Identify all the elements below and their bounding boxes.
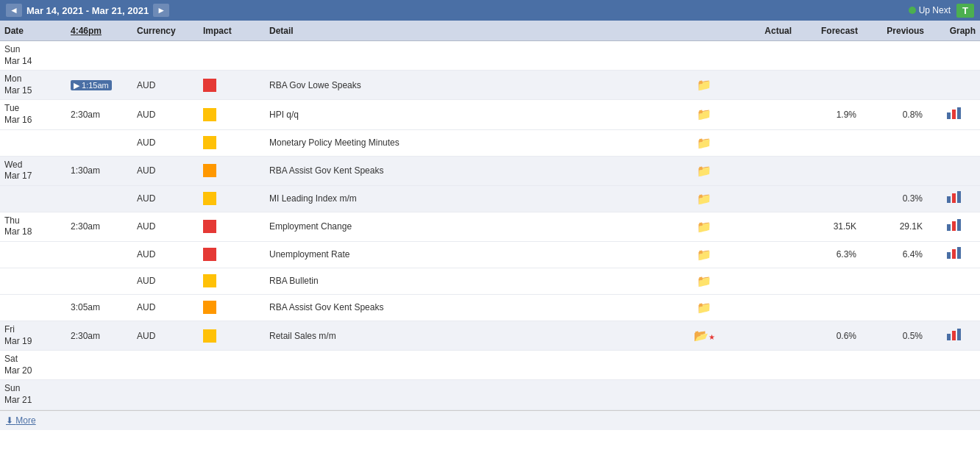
- folder-icon: 📁: [697, 220, 711, 234]
- col-time[interactable]: 4:46pm: [66, 26, 132, 36]
- event-detail[interactable]: [265, 392, 678, 398]
- event-detail[interactable]: [265, 53, 678, 59]
- graph-cell[interactable]: [928, 215, 980, 237]
- date-range: Mar 14, 2021 - Mar 21, 2021: [26, 5, 149, 16]
- actual-cell: [730, 82, 796, 88]
- time-cell: ▶ 1:15am: [66, 77, 132, 93]
- table-row: Sun Mar 21: [0, 380, 980, 409]
- event-detail[interactable]: HPI q/q: [265, 107, 678, 123]
- date-cell: Fri Mar 19: [0, 321, 66, 350]
- forecast-cell: [796, 168, 862, 173]
- actual-cell: [730, 278, 796, 284]
- event-detail[interactable]: MI Leading Index m/m: [265, 190, 678, 207]
- col-detail: Detail: [265, 26, 678, 36]
- time-cell: 2:30am: [66, 218, 132, 235]
- graph-cell[interactable]: [928, 362, 980, 368]
- graph-cell[interactable]: [928, 278, 980, 284]
- col-impact: Impact: [199, 26, 265, 36]
- graph-cell[interactable]: [928, 304, 980, 310]
- graph-cell[interactable]: [928, 82, 980, 88]
- folder-cell[interactable]: [678, 53, 730, 59]
- folder-cell[interactable]: 📁: [678, 298, 730, 318]
- svg-rect-6: [947, 224, 951, 231]
- actual-cell: [730, 53, 796, 59]
- folder-cell[interactable]: 📁: [678, 245, 730, 265]
- date-cell: [0, 251, 66, 257]
- currency-cell: [132, 362, 199, 368]
- currency-cell: AUD: [132, 190, 199, 207]
- footer-bar: ⬇ More: [0, 410, 980, 430]
- date-cell: Sun Mar 14: [0, 41, 66, 70]
- graph-cell[interactable]: [928, 168, 980, 173]
- graph-cell[interactable]: [928, 140, 980, 146]
- col-previous: Previous: [862, 26, 928, 36]
- graph-cell[interactable]: [928, 243, 980, 265]
- next-week-button[interactable]: ►: [153, 4, 169, 17]
- prev-week-button[interactable]: ◄: [6, 4, 22, 17]
- table-row: Sat Mar 20: [0, 351, 980, 380]
- actual-cell: [730, 251, 796, 257]
- svg-rect-5: [957, 191, 961, 203]
- graph-cell[interactable]: [928, 53, 980, 59]
- event-detail[interactable]: RBA Gov Lowe Speaks: [265, 77, 678, 93]
- col-forecast: Forecast: [796, 26, 862, 36]
- svg-rect-10: [952, 249, 956, 259]
- impact-cell: [199, 271, 265, 290]
- date-cell: [0, 278, 66, 284]
- folder-cell[interactable]: [678, 392, 730, 398]
- currency-cell: [132, 392, 199, 398]
- folder-cell[interactable]: 📁: [678, 104, 730, 124]
- impact-icon-yellow: [203, 192, 216, 205]
- table-row: Mon Mar 15▶ 1:15amAUDRBA Gov Lowe Speaks…: [0, 71, 980, 100]
- impact-cell: [199, 217, 265, 236]
- folder-cell[interactable]: [678, 362, 730, 368]
- event-detail[interactable]: Employment Change: [265, 218, 678, 235]
- folder-icon: 📁: [697, 78, 711, 92]
- col-date: Date: [0, 26, 66, 36]
- impact-cell: [199, 133, 265, 152]
- table-row: AUDMonetary Policy Meeting Minutes📁: [0, 130, 980, 157]
- currency-cell: [132, 53, 199, 59]
- date-cell: [0, 304, 66, 310]
- event-detail[interactable]: Monetary Policy Meeting Minutes: [265, 135, 678, 151]
- up-next-label: Up Next: [919, 5, 951, 15]
- graph-cell[interactable]: [928, 392, 980, 398]
- table-row: AUDRBA Bulletin📁: [0, 268, 980, 295]
- impact-icon-red: [203, 79, 216, 92]
- more-link[interactable]: ⬇ More: [6, 415, 36, 426]
- forecast-cell: 1.9%: [796, 107, 862, 123]
- graph-cell[interactable]: [928, 325, 980, 347]
- event-detail[interactable]: Unemployment Rate: [265, 246, 678, 262]
- t-button[interactable]: T: [956, 4, 974, 18]
- graph-cell[interactable]: [928, 104, 980, 126]
- date-cell: [0, 196, 66, 201]
- event-detail[interactable]: [265, 362, 678, 368]
- impact-cell: [199, 392, 265, 398]
- graph-cell[interactable]: [928, 187, 980, 210]
- folder-cell[interactable]: 📁: [678, 133, 730, 153]
- folder-cell[interactable]: 📁: [678, 161, 730, 181]
- event-detail[interactable]: RBA Bulletin: [265, 273, 678, 289]
- time-cell: [66, 140, 132, 146]
- forecast-cell: [796, 53, 862, 59]
- event-detail[interactable]: RBA Assist Gov Kent Speaks: [265, 299, 678, 315]
- time-cell: [66, 362, 132, 368]
- impact-icon-yellow: [203, 108, 216, 121]
- currency-cell: AUD: [132, 162, 199, 179]
- date-cell: Mon Mar 15: [0, 71, 66, 99]
- folder-cell[interactable]: 📂★: [678, 326, 730, 346]
- live-time: ▶ 1:15am: [71, 80, 112, 90]
- forecast-cell: [796, 362, 862, 368]
- folder-cell[interactable]: 📁: [678, 189, 730, 209]
- folder-cell[interactable]: 📁: [678, 217, 730, 237]
- actual-cell: [730, 392, 796, 398]
- folder-cell[interactable]: 📁: [678, 75, 730, 95]
- impact-icon-orange: [203, 301, 216, 314]
- previous-cell: [862, 82, 928, 88]
- column-headers: Date 4:46pm Currency Impact Detail Actua…: [0, 21, 980, 41]
- impact-icon-orange: [203, 164, 216, 177]
- folder-cell[interactable]: 📁: [678, 271, 730, 291]
- event-detail[interactable]: RBA Assist Gov Kent Speaks: [265, 162, 678, 179]
- event-detail[interactable]: Retail Sales m/m: [265, 328, 678, 344]
- folder-icon: 📁: [697, 164, 711, 178]
